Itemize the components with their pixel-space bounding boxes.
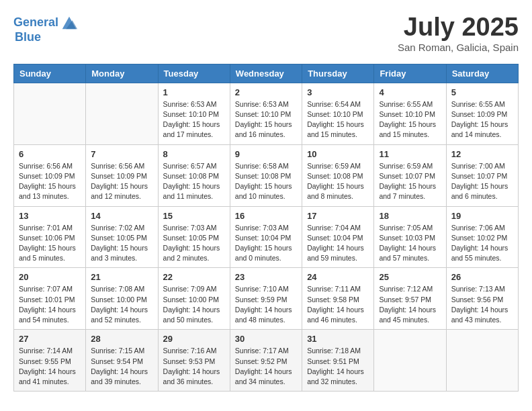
day-number: 18: [379, 211, 441, 221]
day-info: Sunrise: 6:59 AM Sunset: 10:08 PM Daylig…: [307, 161, 369, 202]
weekday-header-row: SundayMondayTuesdayWednesdayThursdayFrid…: [14, 64, 519, 83]
month-title: July 2025: [398, 13, 519, 42]
calendar-cell-4-2: 29Sunrise: 7:16 AM Sunset: 9:53 PM Dayli…: [158, 330, 230, 392]
week-row-3: 13Sunrise: 7:01 AM Sunset: 10:06 PM Dayl…: [14, 206, 519, 268]
day-info: Sunrise: 7:13 AM Sunset: 9:56 PM Dayligh…: [451, 284, 513, 325]
day-info: Sunrise: 6:56 AM Sunset: 10:09 PM Daylig…: [19, 161, 81, 202]
day-info: Sunrise: 6:59 AM Sunset: 10:07 PM Daylig…: [379, 161, 441, 202]
day-number: 19: [451, 211, 513, 221]
calendar-cell-3-0: 20Sunrise: 7:07 AM Sunset: 10:01 PM Dayl…: [14, 268, 86, 330]
day-number: 15: [163, 211, 225, 221]
week-row-5: 27Sunrise: 7:14 AM Sunset: 9:55 PM Dayli…: [14, 330, 519, 392]
day-info: Sunrise: 7:04 AM Sunset: 10:04 PM Daylig…: [307, 223, 369, 264]
day-number: 23: [235, 272, 297, 282]
calendar-cell-0-2: 1Sunrise: 6:53 AM Sunset: 10:10 PM Dayli…: [158, 83, 230, 144]
day-info: Sunrise: 7:06 AM Sunset: 10:02 PM Daylig…: [451, 223, 513, 264]
day-info: Sunrise: 7:07 AM Sunset: 10:01 PM Daylig…: [19, 284, 81, 325]
day-number: 25: [379, 272, 441, 282]
calendar-cell-4-4: 31Sunrise: 7:18 AM Sunset: 9:51 PM Dayli…: [302, 330, 374, 392]
calendar-cell-2-0: 13Sunrise: 7:01 AM Sunset: 10:06 PM Dayl…: [14, 206, 86, 268]
day-number: 14: [91, 211, 152, 221]
calendar-cell-3-6: 26Sunrise: 7:13 AM Sunset: 9:56 PM Dayli…: [446, 268, 518, 330]
calendar-cell-0-5: 4Sunrise: 6:55 AM Sunset: 10:10 PM Dayli…: [374, 83, 446, 144]
day-number: 21: [91, 272, 152, 282]
calendar-cell-0-4: 3Sunrise: 6:54 AM Sunset: 10:10 PM Dayli…: [302, 83, 374, 144]
weekday-header-monday: Monday: [86, 64, 158, 83]
day-info: Sunrise: 6:55 AM Sunset: 10:09 PM Daylig…: [451, 99, 513, 140]
weekday-header-wednesday: Wednesday: [230, 64, 302, 83]
logo-text: General: [13, 16, 58, 30]
day-info: Sunrise: 7:16 AM Sunset: 9:53 PM Dayligh…: [163, 346, 225, 387]
calendar-cell-1-2: 8Sunrise: 6:57 AM Sunset: 10:08 PM Dayli…: [158, 144, 230, 206]
calendar-cell-0-0: [14, 83, 86, 144]
day-info: Sunrise: 7:01 AM Sunset: 10:06 PM Daylig…: [19, 223, 81, 264]
calendar-cell-1-1: 7Sunrise: 6:56 AM Sunset: 10:09 PM Dayli…: [86, 144, 158, 206]
day-number: 16: [235, 211, 297, 221]
location: San Roman, Galicia, Spain: [398, 42, 519, 53]
weekday-header-thursday: Thursday: [302, 64, 374, 83]
calendar-cell-2-6: 19Sunrise: 7:06 AM Sunset: 10:02 PM Dayl…: [446, 206, 518, 268]
day-info: Sunrise: 7:02 AM Sunset: 10:05 PM Daylig…: [91, 223, 152, 264]
day-number: 8: [163, 149, 225, 159]
calendar-cell-3-1: 21Sunrise: 7:08 AM Sunset: 10:00 PM Dayl…: [86, 268, 158, 330]
day-number: 30: [235, 334, 297, 344]
calendar-cell-3-5: 25Sunrise: 7:12 AM Sunset: 9:57 PM Dayli…: [374, 268, 446, 330]
day-info: Sunrise: 7:10 AM Sunset: 9:59 PM Dayligh…: [235, 284, 297, 325]
calendar-cell-4-6: [446, 330, 518, 392]
day-number: 5: [451, 87, 513, 97]
calendar-cell-2-3: 16Sunrise: 7:03 AM Sunset: 10:04 PM Dayl…: [230, 206, 302, 268]
day-info: Sunrise: 6:53 AM Sunset: 10:10 PM Daylig…: [163, 99, 225, 140]
logo-blue-text: Blue: [15, 31, 41, 44]
title-block: July 2025 San Roman, Galicia, Spain: [398, 13, 519, 53]
day-info: Sunrise: 7:15 AM Sunset: 9:54 PM Dayligh…: [91, 346, 152, 387]
day-info: Sunrise: 7:12 AM Sunset: 9:57 PM Dayligh…: [379, 284, 441, 325]
day-number: 31: [307, 334, 369, 344]
day-info: Sunrise: 7:14 AM Sunset: 9:55 PM Dayligh…: [19, 346, 81, 387]
day-info: Sunrise: 7:03 AM Sunset: 10:05 PM Daylig…: [163, 223, 225, 264]
day-number: 9: [235, 149, 297, 159]
logo: General Blue: [13, 13, 79, 44]
week-row-1: 1Sunrise: 6:53 AM Sunset: 10:10 PM Dayli…: [14, 83, 519, 144]
day-number: 13: [19, 211, 81, 221]
logo-icon: [60, 13, 79, 32]
calendar-cell-4-5: [374, 330, 446, 392]
calendar-cell-1-4: 10Sunrise: 6:59 AM Sunset: 10:08 PM Dayl…: [302, 144, 374, 206]
day-info: Sunrise: 6:57 AM Sunset: 10:08 PM Daylig…: [163, 161, 225, 202]
calendar-cell-0-3: 2Sunrise: 6:53 AM Sunset: 10:10 PM Dayli…: [230, 83, 302, 144]
calendar-cell-3-3: 23Sunrise: 7:10 AM Sunset: 9:59 PM Dayli…: [230, 268, 302, 330]
day-number: 26: [451, 272, 513, 282]
day-info: Sunrise: 7:17 AM Sunset: 9:52 PM Dayligh…: [235, 346, 297, 387]
page-header: General Blue July 2025 San Roman, Galici…: [13, 13, 519, 53]
day-number: 24: [307, 272, 369, 282]
week-row-2: 6Sunrise: 6:56 AM Sunset: 10:09 PM Dayli…: [14, 144, 519, 206]
day-number: 27: [19, 334, 81, 344]
calendar-cell-0-6: 5Sunrise: 6:55 AM Sunset: 10:09 PM Dayli…: [446, 83, 518, 144]
day-info: Sunrise: 6:55 AM Sunset: 10:10 PM Daylig…: [379, 99, 441, 140]
calendar-cell-4-3: 30Sunrise: 7:17 AM Sunset: 9:52 PM Dayli…: [230, 330, 302, 392]
day-number: 12: [451, 149, 513, 159]
day-number: 17: [307, 211, 369, 221]
weekday-header-saturday: Saturday: [446, 64, 518, 83]
day-info: Sunrise: 6:58 AM Sunset: 10:08 PM Daylig…: [235, 161, 297, 202]
calendar-cell-2-1: 14Sunrise: 7:02 AM Sunset: 10:05 PM Dayl…: [86, 206, 158, 268]
day-number: 1: [163, 87, 225, 97]
weekday-header-tuesday: Tuesday: [158, 64, 230, 83]
week-row-4: 20Sunrise: 7:07 AM Sunset: 10:01 PM Dayl…: [14, 268, 519, 330]
weekday-header-sunday: Sunday: [14, 64, 86, 83]
calendar-cell-2-4: 17Sunrise: 7:04 AM Sunset: 10:04 PM Dayl…: [302, 206, 374, 268]
day-info: Sunrise: 7:09 AM Sunset: 10:00 PM Daylig…: [163, 284, 225, 325]
calendar-cell-1-0: 6Sunrise: 6:56 AM Sunset: 10:09 PM Dayli…: [14, 144, 86, 206]
day-info: Sunrise: 6:53 AM Sunset: 10:10 PM Daylig…: [235, 99, 297, 140]
calendar-cell-3-2: 22Sunrise: 7:09 AM Sunset: 10:00 PM Dayl…: [158, 268, 230, 330]
day-info: Sunrise: 7:08 AM Sunset: 10:00 PM Daylig…: [91, 284, 152, 325]
day-info: Sunrise: 6:54 AM Sunset: 10:10 PM Daylig…: [307, 99, 369, 140]
calendar-cell-2-5: 18Sunrise: 7:05 AM Sunset: 10:03 PM Dayl…: [374, 206, 446, 268]
calendar-cell-1-3: 9Sunrise: 6:58 AM Sunset: 10:08 PM Dayli…: [230, 144, 302, 206]
calendar-cell-3-4: 24Sunrise: 7:11 AM Sunset: 9:58 PM Dayli…: [302, 268, 374, 330]
day-number: 22: [163, 272, 225, 282]
day-number: 7: [91, 149, 152, 159]
day-number: 28: [91, 334, 152, 344]
day-info: Sunrise: 7:03 AM Sunset: 10:04 PM Daylig…: [235, 223, 297, 264]
calendar-cell-4-1: 28Sunrise: 7:15 AM Sunset: 9:54 PM Dayli…: [86, 330, 158, 392]
calendar-cell-2-2: 15Sunrise: 7:03 AM Sunset: 10:05 PM Dayl…: [158, 206, 230, 268]
